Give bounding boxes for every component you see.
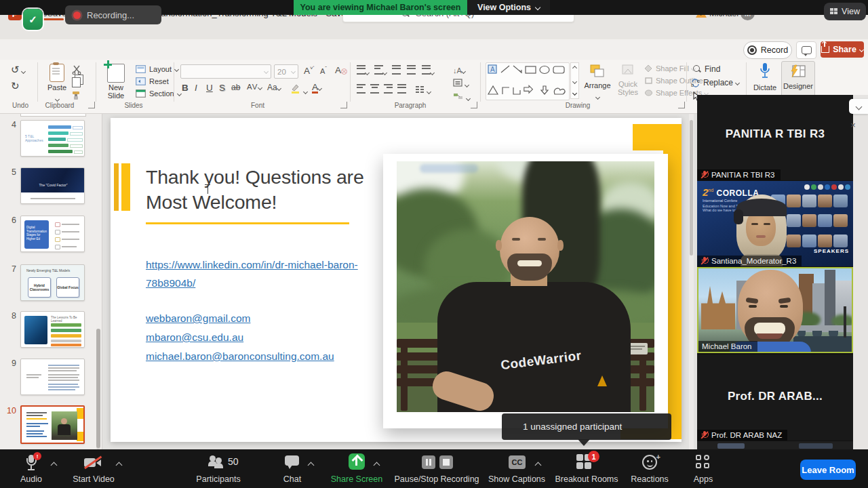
captions-button[interactable]: CC: [509, 455, 526, 469]
photo-card[interactable]: CodeWarrior: [383, 154, 668, 428]
arrange-button[interactable]: Arrange: [583, 64, 612, 102]
align-center-button[interactable]: [370, 84, 379, 94]
align-left-button[interactable]: [357, 84, 366, 94]
audio-chevron-icon[interactable]: [51, 462, 58, 469]
cut-button[interactable]: [72, 65, 81, 77]
numbering-button[interactable]: [374, 65, 387, 77]
reset-button[interactable]: Reset: [136, 77, 169, 85]
decrease-font-button[interactable]: Aˇ: [320, 65, 327, 76]
share-button[interactable]: Share: [821, 41, 864, 58]
start-video-label[interactable]: Start Video: [46, 474, 141, 484]
bullets-button[interactable]: [357, 65, 369, 77]
linkedin-link[interactable]: https://www.linkedin.com/in/dr-michael-b…: [146, 256, 364, 292]
thumb-number-4: 4: [4, 120, 16, 129]
smartart-button[interactable]: [453, 91, 470, 103]
ribbon-tab-row: [0, 39, 868, 60]
video-tile-partial[interactable]: [697, 441, 853, 449]
participants-button[interactable]: [208, 455, 225, 470]
thumbnail-slide-4[interactable]: 5 T&L Approaches: [20, 120, 85, 157]
thumbnail-slide-5[interactable]: The "Covid Factor": [20, 167, 85, 204]
find-button[interactable]: Find: [693, 64, 720, 74]
video-tile-santiana[interactable]: 2nd COROLLA International Confere Educat…: [697, 181, 853, 266]
redo-button[interactable]: ↻: [11, 80, 20, 92]
chevron-down-icon: [264, 69, 269, 74]
replace-button[interactable]: bc Replace: [690, 78, 739, 87]
line-spacing-button[interactable]: [422, 65, 434, 77]
current-slide[interactable]: Thank you! Questions are Most Welcome! h…: [111, 118, 682, 442]
new-slide-button[interactable]: New Slide: [102, 64, 130, 100]
dictate-button[interactable]: Dictate: [751, 62, 778, 92]
paste-button[interactable]: Paste: [45, 64, 69, 104]
highlight-color-button[interactable]: [290, 83, 307, 96]
thumbnail-slide-7[interactable]: Newly Emerging T&L Models Hybrid Classro…: [20, 264, 85, 301]
change-case-button[interactable]: Aa: [267, 83, 281, 92]
screen: ✓ Recording... You are viewing Michael B…: [0, 0, 868, 488]
thumbnail-slide-6[interactable]: Digital Transformation Stages for Higher…: [20, 216, 85, 252]
share-screen-button[interactable]: [349, 453, 365, 470]
video-chevron-icon[interactable]: [116, 462, 123, 469]
collapse-ribbon-button[interactable]: [849, 99, 868, 114]
email-link-3[interactable]: michael.baron@baronconsulting.com.au: [146, 347, 364, 365]
font-color-button[interactable]: A: [312, 82, 321, 94]
quick-styles-button[interactable]: Quick Styles: [614, 64, 642, 96]
meeting-secure-shield-icon[interactable]: ✓: [23, 9, 43, 30]
justify-button[interactable]: [397, 84, 406, 94]
copy-button[interactable]: [72, 77, 81, 87]
video-tile-michael-active[interactable]: Michael Baron: [697, 267, 853, 353]
comments-button[interactable]: [796, 41, 816, 59]
video-tile-prof-arab[interactable]: Prof. DR ARAB... Prof. DR ARAB NAZ: [697, 354, 853, 441]
thumbnail-scrollbar[interactable]: [96, 329, 100, 449]
text-direction-button[interactable]: ↓A: [453, 64, 465, 76]
underline-button[interactable]: U: [206, 83, 213, 93]
leave-room-button[interactable]: Leave Room: [800, 460, 856, 480]
view-button[interactable]: View: [824, 3, 866, 20]
email-link-1[interactable]: webbaron@gmail.com: [146, 309, 364, 327]
undo-button[interactable]: ↺: [11, 64, 25, 76]
strikethrough-button[interactable]: ab: [231, 83, 240, 92]
font-dialog-launcher[interactable]: [340, 102, 347, 108]
align-text-button[interactable]: [453, 77, 469, 89]
font-size-combobox[interactable]: 20: [274, 64, 298, 79]
audio-button[interactable]: !: [24, 455, 39, 471]
reactions-button[interactable]: +: [642, 455, 657, 470]
view-options-button[interactable]: View Options: [467, 0, 550, 15]
layout-button[interactable]: Layout: [136, 65, 178, 73]
paragraph-dialog-launcher[interactable]: [471, 102, 477, 108]
text-shadow-button[interactable]: S: [219, 83, 225, 93]
video-tile-panitia[interactable]: PANITIA R TBI R3 PANITIA R TBI R3: [697, 95, 853, 180]
decrease-indent-button[interactable]: [392, 65, 401, 77]
pause-recording-button[interactable]: [422, 455, 435, 469]
apps-button[interactable]: [696, 455, 711, 470]
designer-button[interactable]: Designer: [781, 61, 815, 99]
align-right-button[interactable]: [384, 84, 393, 94]
canvas-scrollbar[interactable]: [689, 113, 694, 449]
share-chevron-icon[interactable]: [374, 462, 380, 469]
font-name-combobox[interactable]: [180, 64, 271, 79]
breakout-tooltip: 1 unassigned participant: [502, 413, 671, 440]
columns-button[interactable]: [415, 84, 431, 96]
captions-chevron-icon[interactable]: [535, 462, 542, 469]
apps-label[interactable]: Apps: [656, 474, 751, 484]
email-link-2[interactable]: mbaron@csu.edu.au: [146, 328, 364, 346]
thumbnail-slide-9[interactable]: [20, 359, 85, 395]
chat-button[interactable]: [285, 455, 300, 469]
breakout-rooms-button[interactable]: 1: [576, 454, 593, 470]
drawing-dialog-launcher[interactable]: [678, 102, 685, 108]
shape-fill-button[interactable]: Shape Fill: [644, 64, 695, 73]
character-spacing-button[interactable]: AV: [247, 83, 262, 91]
start-video-button[interactable]: [84, 457, 102, 469]
chat-chevron-icon[interactable]: [308, 462, 315, 469]
thumbnail-slide-10-current[interactable]: [20, 405, 85, 444]
clear-formatting-button[interactable]: A⨂: [335, 65, 347, 75]
shapes-gallery[interactable]: A: [486, 62, 570, 100]
pane-close-icon[interactable]: ×: [848, 119, 859, 130]
thumbnail-slide-8[interactable]: The Lessons To Be Learned: [20, 311, 85, 348]
increase-font-button[interactable]: A˅ʹ: [304, 65, 314, 76]
record-button[interactable]: Record: [743, 41, 792, 59]
italic-button[interactable]: I: [195, 83, 197, 93]
stop-recording-button[interactable]: [439, 455, 453, 469]
increase-indent-button[interactable]: [407, 65, 416, 77]
slide-title[interactable]: Thank you! Questions are Most Welcome!: [146, 165, 370, 215]
shapes-gallery-scroll[interactable]: [570, 62, 579, 99]
bold-button[interactable]: B: [182, 83, 189, 93]
